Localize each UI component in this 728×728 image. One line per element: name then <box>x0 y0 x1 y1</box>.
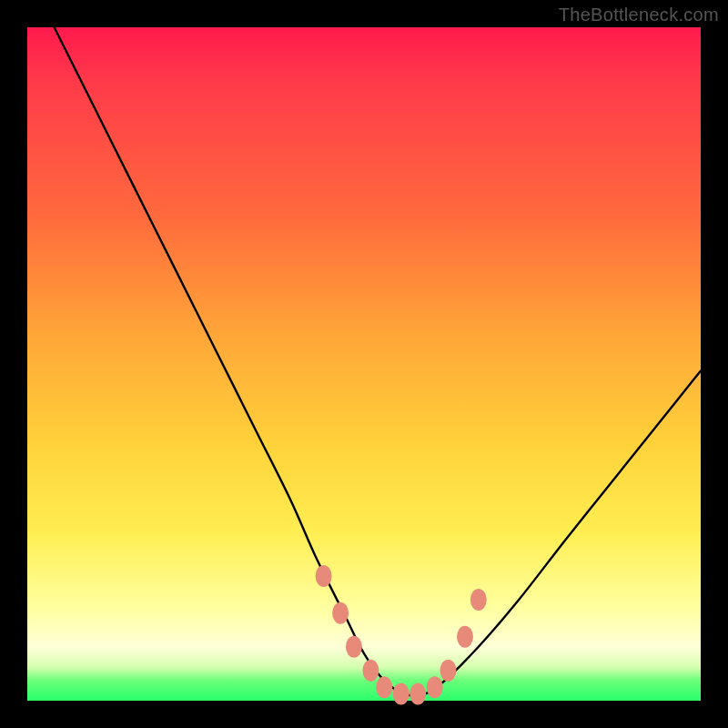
chart-svg <box>27 27 701 701</box>
bottleneck-curve <box>55 27 701 696</box>
highlight-dot <box>316 565 332 587</box>
highlight-dot <box>362 660 379 682</box>
watermark-text: TheBottleneck.com <box>559 5 719 25</box>
plot-area <box>27 27 701 701</box>
highlight-dot <box>393 683 410 705</box>
highlight-dot <box>332 602 349 624</box>
highlight-dots <box>316 565 487 705</box>
highlight-dot <box>470 589 487 611</box>
highlight-dot <box>457 626 473 648</box>
highlight-dot <box>376 676 392 698</box>
chart-frame: TheBottleneck.com <box>0 0 728 728</box>
highlight-dot <box>427 676 443 698</box>
highlight-dot <box>440 660 457 682</box>
highlight-dot <box>346 636 362 658</box>
highlight-dot <box>410 683 426 705</box>
